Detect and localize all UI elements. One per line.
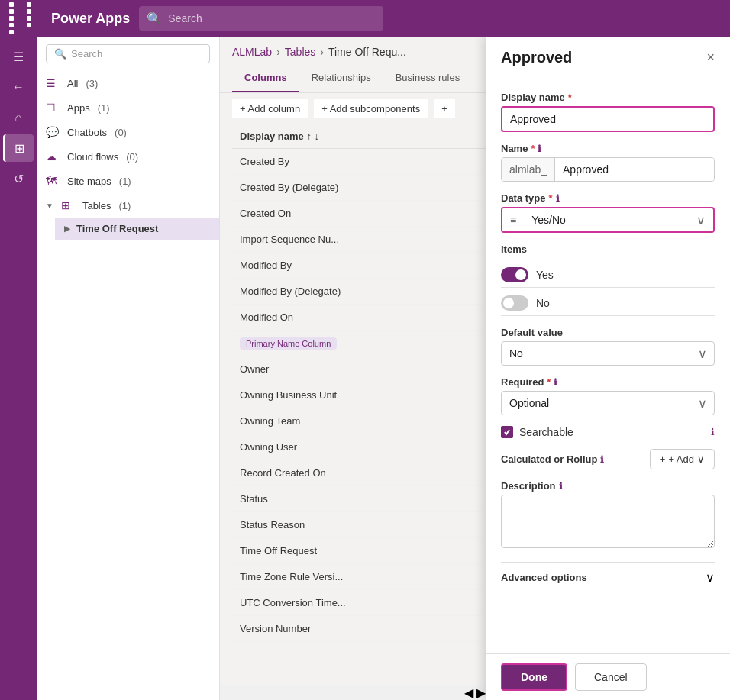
col-display-name: Modified By — [232, 253, 528, 279]
col-display-name: Import Sequence Nu... — [232, 227, 528, 253]
sidebar-apps-count: (1) — [98, 102, 110, 114]
history-icon[interactable]: ↺ — [3, 165, 34, 192]
display-name-label: Display name * — [501, 92, 715, 103]
required-star-4: * — [547, 376, 551, 388]
name-input-row: almlab_ — [501, 157, 715, 182]
sidebar-search-box[interactable]: 🔍 — [46, 44, 210, 63]
toggle-yes[interactable] — [501, 267, 528, 282]
description-textarea[interactable] — [501, 495, 715, 548]
col-display-name: Created On — [232, 201, 528, 227]
sidebar-chatbots-count: (0) — [115, 127, 127, 138]
breadcrumb-sep1: › — [276, 46, 280, 58]
advanced-options-row[interactable]: Advanced options ∨ — [501, 562, 715, 592]
description-label: Description ℹ — [501, 480, 715, 492]
col-display-name: Created By (Delegate) — [232, 175, 528, 201]
toggle-no[interactable] — [501, 295, 528, 311]
tables-sub: ▶ Time Off Request — [37, 218, 219, 240]
toggle-yes-slider — [501, 267, 528, 282]
panel-footer: Done Cancel — [486, 653, 730, 700]
add-calc-label: + Add — [668, 453, 694, 465]
col-display-name: Status — [232, 486, 528, 512]
description-info-icon[interactable]: ℹ — [559, 481, 563, 492]
searchable-info-icon[interactable]: ℹ — [711, 427, 715, 437]
cloud-flows-icon: ☁ — [46, 150, 60, 163]
global-search[interactable]: 🔍 — [139, 6, 383, 31]
more-label: + — [441, 103, 447, 115]
more-button[interactable]: + — [434, 99, 455, 118]
table-icon[interactable]: ⊞ — [3, 134, 34, 162]
name-info-icon[interactable]: ℹ — [538, 144, 541, 154]
sidebar-item-tables[interactable]: ▼ ⊞ Tables (1) — [37, 193, 219, 218]
sidebar-item-all[interactable]: ☰ All (3) — [37, 71, 219, 95]
col-display-name: Created By — [232, 149, 528, 175]
tab-relationships[interactable]: Relationships — [299, 64, 383, 92]
display-name-input[interactable] — [501, 106, 715, 132]
data-type-select[interactable]: Yes/No Text Number Date — [524, 208, 696, 231]
toggle-no-label: No — [536, 297, 550, 309]
name-suffix-input[interactable] — [555, 158, 714, 181]
required-star-3: * — [549, 192, 553, 204]
col-display-name: Modified By (Delegate) — [232, 279, 528, 305]
sidebar-all-count: (3) — [86, 78, 98, 89]
col-display-name: Owning Business Unit — [232, 382, 528, 408]
done-button[interactable]: Done — [501, 663, 567, 691]
tab-business-rules[interactable]: Business rules — [383, 64, 473, 92]
col-display-name: Status Reason — [232, 512, 528, 538]
name-label: Name * ℹ — [501, 143, 715, 154]
sidebar-item-chatbots[interactable]: 💬 Chatbots (0) — [37, 120, 219, 144]
toggle-yes-label: Yes — [536, 269, 554, 281]
top-bar: Power Apps 🔍 — [0, 0, 730, 37]
icon-bar: ☰ ← ⌂ ⊞ ↺ — [0, 37, 37, 700]
required-info-icon[interactable]: ℹ — [554, 377, 557, 388]
breadcrumb-almlab[interactable]: ALMLab — [232, 46, 272, 58]
sidebar-item-time-off-request[interactable]: ▶ Time Off Request — [55, 218, 219, 240]
add-column-button[interactable]: + Add column — [232, 99, 308, 118]
col-display-name: Version Number — [232, 616, 528, 642]
sidebar-all-label: All — [67, 78, 78, 89]
menu-icon[interactable]: ☰ — [3, 43, 34, 70]
default-value-select[interactable]: No Yes — [501, 341, 715, 366]
required-select-wrapper: Optional Business Required Business Reco… — [501, 391, 715, 415]
sidebar-item-cloud-flows[interactable]: ☁ Cloud flows (0) — [37, 144, 219, 169]
apps-icon: ☐ — [46, 102, 60, 114]
name-prefix: almlab_ — [502, 158, 555, 181]
data-type-info-icon[interactable]: ℹ — [556, 193, 560, 204]
col-display-name: Owning Team — [232, 408, 528, 434]
breadcrumb-tables[interactable]: Tables — [285, 46, 315, 58]
default-value-field: Default value No Yes ∨ — [501, 327, 715, 366]
col-display-name: Modified On — [232, 305, 528, 331]
col-display-name: UTC Conversion Time... — [232, 590, 528, 616]
sidebar-sitemaps-label: Site maps — [67, 176, 111, 187]
cancel-button[interactable]: Cancel — [575, 663, 647, 691]
sidebar-item-apps[interactable]: ☐ Apps (1) — [37, 95, 219, 120]
panel-title: Approved — [501, 49, 572, 66]
sidebar-cloudflows-count: (0) — [126, 151, 138, 163]
home-icon[interactable]: ⌂ — [3, 104, 34, 131]
search-icon: 🔍 — [147, 11, 162, 26]
add-calc-button[interactable]: + + Add ∨ — [650, 449, 715, 469]
col-display-name: Owner — [232, 356, 528, 382]
required-select[interactable]: Optional Business Required Business Reco… — [501, 391, 715, 415]
sidebar-item-sitemaps[interactable]: 🗺 Site maps (1) — [37, 169, 219, 193]
items-section: Items Yes No — [501, 244, 715, 316]
data-type-field: Data type * ℹ ≡ Yes/No Text Number Date … — [501, 192, 715, 233]
panel-close-button[interactable]: × — [706, 50, 715, 66]
apps-grid-icon[interactable] — [9, 2, 42, 34]
search-input[interactable] — [168, 12, 376, 24]
sidebar-search-input[interactable] — [71, 48, 202, 60]
panel-body: Display name * Name * ℹ almlab_ — [486, 79, 730, 653]
name-field: Name * ℹ almlab_ — [501, 143, 715, 182]
add-subcomponents-button[interactable]: + Add subcomponents — [314, 99, 428, 118]
advanced-label: Advanced options — [501, 572, 587, 583]
tab-columns[interactable]: Columns — [232, 64, 299, 92]
required-star-2: * — [531, 143, 535, 154]
sidebar-tables-label: Tables — [82, 200, 111, 211]
chatbots-icon: 💬 — [46, 126, 60, 138]
col-header-display-name[interactable]: Display name ↑ ↓ — [232, 124, 528, 149]
sitemaps-icon: 🗺 — [46, 175, 60, 187]
col-display-name: Primary Name Column — [232, 331, 528, 356]
searchable-checkbox[interactable] — [501, 426, 513, 438]
calc-info-icon[interactable]: ℹ — [600, 454, 604, 465]
default-value-wrapper: No Yes ∨ — [501, 341, 715, 366]
back-icon[interactable]: ← — [3, 73, 34, 101]
